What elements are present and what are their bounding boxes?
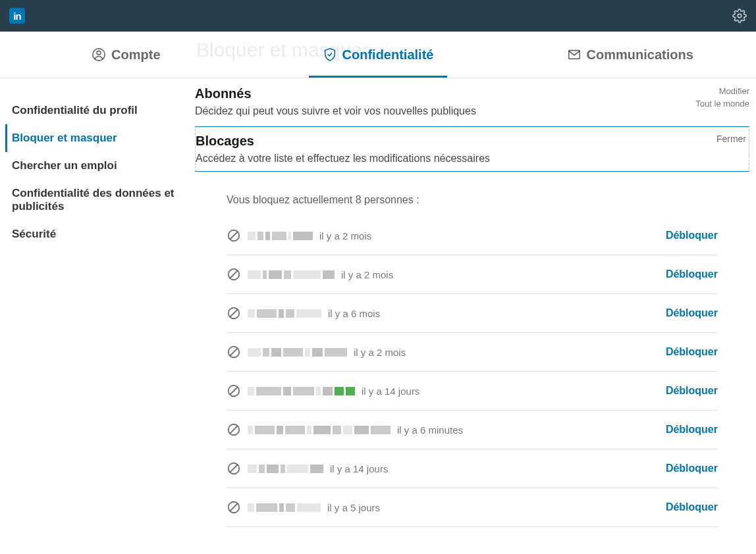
blocking-section: Blocages Accédez à votre liste et effect… (195, 126, 749, 172)
block-icon (227, 461, 241, 476)
block-list-intro: Vous bloquez actuellement 8 personnes : (227, 194, 718, 206)
blocked-name-redacted (248, 426, 391, 434)
unblock-button[interactable]: Débloquer (666, 385, 718, 397)
block-icon (227, 306, 241, 320)
block-icon (227, 267, 241, 282)
block-icon (227, 345, 241, 359)
unblock-button[interactable]: Débloquer (666, 424, 718, 436)
blocked-time: il y a 2 mois (319, 230, 371, 241)
blocked-time: il y a 6 minutes (397, 424, 463, 436)
blocked-name-redacted (248, 387, 355, 395)
blocked-time: il y a 6 mois (328, 308, 380, 319)
tab-account-label: Compte (111, 47, 160, 63)
followers-section[interactable]: Abonnés Décidez qui peut vous suivre et … (195, 85, 749, 126)
tab-communications-label: Communications (587, 47, 693, 63)
blocked-time: il y a 5 jours (327, 502, 380, 513)
sidebar-item-block-hide[interactable]: Bloquer et masquer (5, 124, 183, 152)
svg-line-15 (230, 426, 238, 434)
followers-value: Tout le monde (695, 99, 749, 109)
followers-desc: Décidez qui peut vous suivre et voir vos… (195, 105, 476, 117)
svg-point-2 (97, 51, 101, 55)
blocked-time: il y a 2 mois (354, 347, 406, 358)
blocked-name-redacted (248, 465, 323, 473)
blocked-row: il y a 2 moisDébloquer (227, 216, 718, 255)
settings-icon[interactable] (732, 9, 747, 23)
blocked-time: il y a 2 mois (341, 269, 393, 280)
blocked-name-redacted (248, 309, 321, 318)
blocked-time: il y a 14 jours (362, 386, 419, 397)
svg-line-19 (230, 504, 238, 511)
unblock-button[interactable]: Débloquer (666, 307, 718, 319)
blocked-row: il y a 6 minutesDébloquer (227, 411, 718, 449)
svg-line-17 (230, 465, 238, 472)
unblock-button[interactable]: Débloquer (666, 230, 718, 241)
svg-line-5 (230, 232, 238, 239)
sidebar-item-job-search[interactable]: Chercher un emploi (12, 152, 183, 180)
blocked-name-redacted (248, 503, 321, 512)
tab-privacy[interactable]: Confidentialité (252, 32, 504, 78)
tab-communications[interactable]: Communications (504, 32, 756, 78)
unblock-button[interactable]: Débloquer (666, 501, 718, 513)
followers-modify-link[interactable]: Modifier (695, 86, 749, 96)
sidebar-item-data-ads[interactable]: Confidentialité des données et publicité… (12, 180, 183, 220)
block-list: Vous bloquez actuellement 8 personnes : … (195, 194, 749, 527)
blocked-name-redacted (248, 232, 313, 240)
block-icon (227, 228, 241, 243)
linkedin-logo[interactable]: in (9, 8, 25, 24)
followers-title: Abonnés (195, 86, 476, 101)
blocked-row: il y a 5 joursDébloquer (227, 488, 718, 527)
person-icon (92, 47, 106, 62)
main: Abonnés Décidez qui peut vous suivre et … (195, 85, 756, 527)
blocked-name-redacted (248, 348, 347, 357)
app-header: in (0, 0, 756, 32)
block-icon (227, 422, 241, 437)
sidebar-item-security[interactable]: Sécurité (12, 220, 183, 248)
tab-privacy-label: Confidentialité (342, 47, 434, 63)
blocked-row: il y a 6 moisDébloquer (227, 294, 718, 333)
tabbar: Compte Confidentialité Communications (0, 32, 756, 78)
svg-line-7 (230, 271, 238, 278)
mail-icon (567, 47, 581, 62)
sidebar: Confidentialité du profil Bloquer et mas… (0, 85, 195, 260)
tab-account[interactable]: Compte (0, 32, 252, 78)
blocked-row: il y a 2 moisDébloquer (227, 255, 718, 294)
shield-icon (323, 47, 337, 62)
svg-point-0 (738, 14, 742, 18)
unblock-button[interactable]: Débloquer (666, 346, 718, 358)
blocking-title: Blocages (196, 134, 490, 149)
svg-line-9 (230, 310, 238, 317)
svg-line-13 (230, 388, 238, 395)
blocked-row: il y a 14 joursDébloquer (227, 372, 718, 411)
blocking-close-link[interactable]: Fermer (716, 134, 746, 144)
blocked-name-redacted (248, 270, 335, 279)
blocked-row: il y a 2 moisDébloquer (227, 333, 718, 372)
svg-line-11 (230, 349, 238, 356)
unblock-button[interactable]: Débloquer (666, 268, 718, 280)
unblock-button[interactable]: Débloquer (666, 463, 718, 474)
block-icon (227, 500, 241, 515)
content: Confidentialité du profil Bloquer et mas… (0, 78, 756, 527)
block-icon (227, 384, 241, 398)
sidebar-item-profile-privacy[interactable]: Confidentialité du profil (12, 97, 183, 124)
blocked-time: il y a 14 jours (330, 463, 388, 474)
blocked-row: il y a 14 joursDébloquer (227, 449, 718, 488)
blocking-desc: Accédez à votre liste et effectuez les m… (196, 153, 490, 164)
